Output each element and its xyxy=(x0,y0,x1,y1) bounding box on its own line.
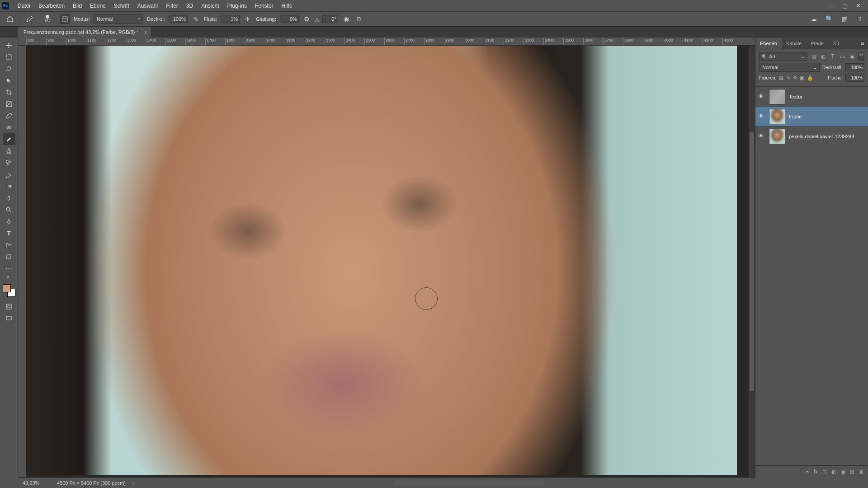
quick-mask-tool[interactable] xyxy=(3,300,15,312)
menu-ebene[interactable]: Ebene xyxy=(86,1,110,11)
layer-opacity-input[interactable] xyxy=(845,63,864,71)
angle-input[interactable] xyxy=(322,15,338,23)
document-tab[interactable]: Frequenztrennung.psdc bei 43,2% (Farbe, … xyxy=(18,27,151,38)
menu-bild[interactable]: Bild xyxy=(69,1,86,11)
filter-pixel-icon[interactable]: ▧ xyxy=(810,53,817,60)
filter-adjustment-icon[interactable]: ◐ xyxy=(820,53,827,60)
layer-visibility-icon[interactable]: 👁 xyxy=(758,133,765,140)
document-info[interactable]: 4500 Px × 5400 Px (300 ppcm) xyxy=(57,480,126,486)
lock-artboard-icon[interactable]: ▣ xyxy=(800,75,804,81)
layer-fill-input[interactable] xyxy=(845,74,864,82)
adjustment-layer-icon[interactable]: ◐ xyxy=(831,469,836,475)
flow-input[interactable] xyxy=(221,15,240,23)
tab-pfade[interactable]: Pfade xyxy=(806,38,828,49)
stamp-tool[interactable] xyxy=(3,145,15,157)
tab-kanaele[interactable]: Kanäle xyxy=(782,38,806,49)
layer-thumbnail[interactable] xyxy=(769,89,785,104)
opacity-input[interactable] xyxy=(169,15,188,23)
color-swatches[interactable] xyxy=(3,284,15,297)
move-tool[interactable] xyxy=(3,39,15,51)
layer-visibility-icon[interactable]: 👁 xyxy=(758,113,765,120)
marquee-tool[interactable] xyxy=(3,51,15,63)
lasso-tool[interactable] xyxy=(3,63,15,75)
ruler-origin[interactable] xyxy=(18,38,26,46)
horizontal-ruler[interactable]: 8009001000110012001300140015001600170018… xyxy=(26,38,755,46)
layer-item[interactable]: 👁Farbe xyxy=(755,107,868,127)
lock-pixels-icon[interactable]: ✎ xyxy=(786,75,790,81)
healing-tool[interactable] xyxy=(3,122,15,133)
workspace-icon[interactable]: ▦ xyxy=(840,14,849,23)
layer-mask-icon[interactable]: ◻ xyxy=(822,469,827,475)
menu-3d[interactable]: 3D xyxy=(182,1,197,11)
share-icon[interactable]: ⇪ xyxy=(855,14,864,23)
layer-name[interactable]: pexels-daniel-xavier-1239288 xyxy=(789,134,854,139)
layer-thumbnail[interactable] xyxy=(769,129,785,144)
airbrush-icon[interactable]: ✈ xyxy=(243,14,252,23)
gradient-tool[interactable] xyxy=(3,180,15,192)
smoothing-input[interactable] xyxy=(280,15,299,23)
lock-position-icon[interactable]: ✥ xyxy=(793,75,797,81)
menu-fenster[interactable]: Fenster xyxy=(251,1,278,11)
new-layer-icon[interactable]: ⊞ xyxy=(850,469,854,475)
selection-tool[interactable] xyxy=(3,75,15,86)
symmetry-icon[interactable]: ⧉ xyxy=(354,14,363,23)
filter-type-icon[interactable]: T xyxy=(829,53,836,60)
link-layers-icon[interactable]: ⚯ xyxy=(805,469,809,475)
filter-shape-icon[interactable]: ▭ xyxy=(839,53,846,60)
brush-tool[interactable] xyxy=(3,133,15,145)
layer-fx-icon[interactable]: fx xyxy=(814,469,818,475)
filter-smart-icon[interactable]: ▣ xyxy=(848,53,855,60)
path-selection-tool[interactable] xyxy=(3,239,15,251)
filter-toggle[interactable] xyxy=(858,52,864,61)
maximize-button[interactable]: ▢ xyxy=(842,2,848,9)
pen-tool[interactable] xyxy=(3,216,15,227)
screen-mode-tool[interactable] xyxy=(3,312,15,324)
canvas[interactable] xyxy=(26,46,755,477)
pressure-opacity-icon[interactable]: ✎ xyxy=(191,14,200,23)
smoothing-options-icon[interactable]: ⚙ xyxy=(302,14,311,23)
menu-hilfe[interactable]: Hilfe xyxy=(278,1,297,11)
shape-tool[interactable] xyxy=(3,251,15,263)
layer-name[interactable]: Textur xyxy=(789,94,802,99)
home-button[interactable] xyxy=(4,14,16,24)
layer-item[interactable]: 👁pexels-daniel-xavier-1239288 xyxy=(755,127,868,146)
vertical-scrollbar[interactable] xyxy=(749,46,755,477)
brush-preset-picker[interactable]: 157 xyxy=(38,13,57,25)
current-tool-icon[interactable] xyxy=(24,14,35,24)
crop-tool[interactable] xyxy=(3,86,15,98)
menu-ansicht[interactable]: Ansicht xyxy=(197,1,223,11)
eraser-tool[interactable] xyxy=(3,169,15,180)
zoom-level[interactable]: 43,23% xyxy=(23,480,50,486)
blur-tool[interactable] xyxy=(3,192,15,204)
color-swap-icon[interactable] xyxy=(3,274,15,281)
search-icon[interactable]: 🔍 xyxy=(825,14,834,23)
lock-all-icon[interactable]: 🔒 xyxy=(807,75,813,81)
delete-layer-icon[interactable]: 🗑 xyxy=(859,469,864,475)
vertical-ruler[interactable] xyxy=(18,46,26,477)
dodge-tool[interactable] xyxy=(3,204,15,216)
foreground-color[interactable] xyxy=(3,284,11,292)
more-tools[interactable]: ⋯ xyxy=(3,263,15,274)
frame-tool[interactable] xyxy=(3,98,15,110)
layer-thumbnail[interactable] xyxy=(769,109,785,124)
blend-mode-select[interactable]: Normal xyxy=(94,14,143,23)
layer-filter-type[interactable]: Art xyxy=(759,52,807,61)
layer-item[interactable]: 👁Textur xyxy=(755,87,868,107)
brush-panel-toggle[interactable] xyxy=(60,14,70,24)
layer-group-icon[interactable]: ▣ xyxy=(840,469,845,475)
history-brush-tool[interactable] xyxy=(3,157,15,169)
tab-3d[interactable]: 3D xyxy=(828,38,844,49)
pressure-size-icon[interactable]: ◉ xyxy=(342,14,351,23)
layer-name[interactable]: Farbe xyxy=(789,114,802,119)
layer-visibility-icon[interactable]: 👁 xyxy=(758,93,765,100)
type-tool[interactable]: T xyxy=(3,227,15,239)
menu-datei[interactable]: Datei xyxy=(14,1,34,11)
tab-ebenen[interactable]: Ebenen xyxy=(755,38,782,49)
doc-info-arrow[interactable]: › xyxy=(133,480,135,486)
lock-transparency-icon[interactable]: ▦ xyxy=(779,75,783,81)
menu-filter[interactable]: Filter xyxy=(162,1,182,11)
minimize-button[interactable]: — xyxy=(828,2,834,9)
eyedropper-tool[interactable] xyxy=(3,110,15,122)
cloud-docs-icon[interactable]: ☁ xyxy=(809,14,818,23)
horizontal-scrollbar[interactable] xyxy=(232,480,660,486)
